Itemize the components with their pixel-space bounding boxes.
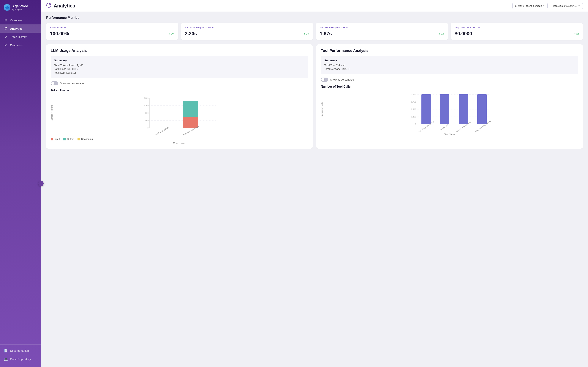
tool-analysis-panel: Tool Performance Analysis Summary Total … xyxy=(316,44,583,149)
evaluation-icon: ☑ xyxy=(4,43,8,47)
analytics-page-icon xyxy=(46,3,51,9)
svg-text:1,600: 1,600 xyxy=(144,97,148,99)
bar-input xyxy=(183,117,198,128)
project-select[interactable]: ai_travel_agent_demo22 ▼ xyxy=(512,3,548,9)
topbar: Analytics ai_travel_agent_demo22 ▼ Trace… xyxy=(41,0,588,12)
project-select-value: ai_travel_agent_demo22 xyxy=(515,4,542,7)
metric-card-success-rate: Success Rate 100.00% ↑ 0% xyxy=(46,23,178,40)
metric-value-2: 1.67s xyxy=(320,31,332,37)
sidebar-item-overview[interactable]: ⊞ Overview xyxy=(0,16,41,25)
svg-text:0: 0 xyxy=(147,127,148,129)
metrics-grid: Success Rate 100.00% ↑ 0% Avg LLM Respon… xyxy=(46,23,583,40)
metric-change-1: ↑ 0% xyxy=(304,32,309,35)
llm-x-axis-label: Model Name xyxy=(51,142,308,144)
metric-change-0: ↑ 0% xyxy=(169,32,174,35)
llm-summary-line-1: Total Cost: $0.00056 xyxy=(54,67,305,70)
llm-bar-chart: 1,600 1,200 800 400 0 g xyxy=(54,94,308,135)
topbar-selects: ai_travel_agent_demo22 ▼ Trace 2 (29/10/… xyxy=(512,3,583,9)
sidebar-item-code-repository[interactable]: 💻 Code Repository xyxy=(0,355,41,363)
legend-input: Input xyxy=(51,138,60,141)
metric-card-cost: Avg Cost per LLM Call $0.0000 ↑ 0% xyxy=(451,23,583,40)
metric-card-tool-response: Avg Tool Response Time 1.67s ↑ 0% xyxy=(316,23,448,40)
llm-percentage-toggle[interactable] xyxy=(51,81,58,85)
metric-card-llm-response: Avg LLM Response Time 2.20s ↑ 0% xyxy=(181,23,313,40)
tool-summary-line-0: Total Tool Calls: 4 xyxy=(324,64,575,67)
tool-percentage-toggle[interactable] xyxy=(321,78,328,82)
llm-toggle-label: Show as percentage xyxy=(60,82,84,85)
llm-summary-line-2: Total LLM Calls: 15 xyxy=(54,71,305,74)
legend-dot-input xyxy=(51,138,53,141)
svg-text:0.250: 0.250 xyxy=(411,116,416,118)
nav-items: ⊞ Overview ⏱ Analytics ↺ Trace History ☑… xyxy=(0,14,41,344)
metric-label-1: Avg LLM Response Time xyxy=(185,26,309,29)
metric-change-3: ↑ 0% xyxy=(574,32,579,35)
metric-value-0: 100.00% xyxy=(50,31,69,37)
collapse-button[interactable]: ‹ xyxy=(38,181,44,186)
sidebar-item-label: Trace History xyxy=(10,35,27,38)
arrow-up-icon: ↑ xyxy=(304,33,305,35)
tool-bar-chart: 1.000 0.750 0.500 0.250 0 flight_price_e… xyxy=(324,91,578,132)
page-title-area: Analytics xyxy=(46,3,75,9)
sidebar-item-evaluation[interactable]: ☑ Evaluation xyxy=(0,41,41,50)
tool-toggle-row: Show as percentage xyxy=(321,78,578,82)
sidebar-item-documentation[interactable]: 📄 Documentation xyxy=(0,346,41,355)
svg-text:1.000: 1.000 xyxy=(411,93,416,95)
metric-value-3: $0.0000 xyxy=(455,31,472,37)
metric-change-2: ↑ 0% xyxy=(439,32,444,35)
sidebar-item-trace-history[interactable]: ↺ Trace History xyxy=(0,33,41,41)
svg-text:400: 400 xyxy=(145,119,148,122)
brand-logo: 🔵 xyxy=(4,4,10,11)
arrow-up-icon: ↑ xyxy=(574,33,575,35)
legend-dot-output xyxy=(63,138,66,141)
sidebar-item-label: Documentation xyxy=(10,349,29,352)
tool-analysis-title: Tool Performance Analysis xyxy=(321,49,578,53)
tool-x-axis-label: Tool Name xyxy=(321,133,578,136)
toggle-knob xyxy=(321,78,324,81)
metric-value-1: 2.20s xyxy=(185,31,197,37)
llm-legend: Input Output Reasoning xyxy=(51,138,308,141)
tool-summary-title: Summary xyxy=(324,59,575,62)
brand-name: AgentNeo xyxy=(12,4,28,8)
trace-history-icon: ↺ xyxy=(4,35,8,39)
svg-text:0.500: 0.500 xyxy=(411,108,416,110)
llm-chart-title: Token Usage xyxy=(51,89,308,92)
llm-summary-line-0: Total Tokens Used: 1,460 xyxy=(54,64,305,67)
svg-text:gpt-3.5-turbo-0125: gpt-3.5-turbo-0125 xyxy=(155,126,169,135)
sidebar-item-label: Overview xyxy=(10,19,22,22)
bar-output xyxy=(183,101,198,117)
svg-text:0: 0 xyxy=(415,123,416,125)
llm-analysis-title: LLM Usage Analysis xyxy=(51,49,308,53)
svg-text:1,200: 1,200 xyxy=(144,105,148,107)
llm-y-axis-label: Number of Tokens xyxy=(51,94,53,132)
sidebar-item-label: Analytics xyxy=(10,27,23,30)
toggle-knob xyxy=(51,82,54,85)
arrow-up-icon: ↑ xyxy=(169,33,170,35)
overview-icon: ⊞ xyxy=(4,18,8,22)
main-content: Analytics ai_travel_agent_demo22 ▼ Trace… xyxy=(41,0,588,367)
llm-summary-box: Summary Total Tokens Used: 1,460 Total C… xyxy=(51,56,308,78)
trace-select-chevron: ▼ xyxy=(578,5,580,7)
brand-sub: by RagaAI xyxy=(12,8,28,11)
tool-y-axis-label: Number of Calls xyxy=(321,91,323,128)
trace-select[interactable]: Trace 2 (29/10/2024,... ▼ xyxy=(550,3,583,9)
sidebar: 🔵 AgentNeo by RagaAI ⊞ Overview ⏱ Analyt… xyxy=(0,0,41,367)
trace-select-value: Trace 2 (29/10/2024,... xyxy=(553,4,577,7)
tool-summary-box: Summary Total Tool Calls: 4 Total Networ… xyxy=(321,56,578,74)
llm-summary-title: Summary xyxy=(54,59,305,62)
project-select-chevron: ▼ xyxy=(543,5,545,7)
legend-output: Output xyxy=(63,138,74,141)
content-area: Performance Metrics Success Rate 100.00%… xyxy=(41,12,588,367)
bar-weather xyxy=(440,94,449,124)
code-repository-icon: 💻 xyxy=(4,357,8,361)
svg-text:weather_tool: weather_tool xyxy=(440,124,449,131)
sidebar-item-analytics[interactable]: ⏱ Analytics xyxy=(0,25,41,33)
documentation-icon: 📄 xyxy=(4,349,8,353)
metric-label-0: Success Rate xyxy=(50,26,174,29)
sidebar-item-label: Evaluation xyxy=(10,44,23,47)
tool-chart-title: Number of Tool Calls xyxy=(321,85,578,88)
analytics-icon: ⏱ xyxy=(4,27,8,30)
sidebar-item-label: Code Repository xyxy=(10,358,31,361)
bar-flight xyxy=(421,94,431,124)
bar-currency xyxy=(459,94,468,124)
arrow-up-icon: ↑ xyxy=(439,33,440,35)
